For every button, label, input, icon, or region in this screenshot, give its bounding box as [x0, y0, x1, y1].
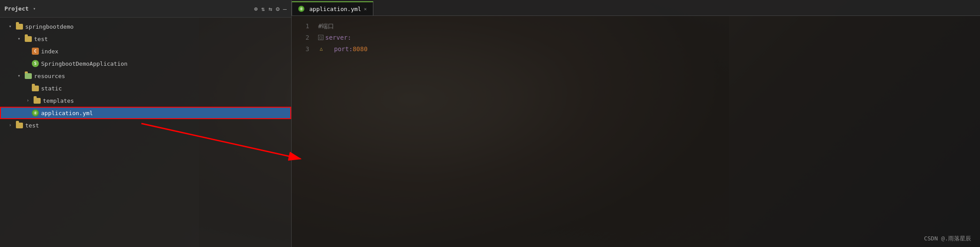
spring-icon: S: [32, 60, 39, 67]
sidebar-header: Project ▾ ⊕ ⇅ ⇆ ⚙ —: [0, 0, 291, 18]
tree-item-label: templates: [43, 97, 74, 104]
tree-item-resources[interactable]: ▾ resources: [0, 70, 291, 82]
watermark: CSDN @.雨落星辰: [924, 235, 971, 243]
folder-icon: [25, 36, 32, 42]
tree-item-test-bottom[interactable]: › test: [0, 119, 291, 131]
tree-item-application-yml[interactable]: @ application.yml: [0, 107, 291, 119]
tree-item-springbootdemo[interactable]: ▾ springbootdemo: [0, 20, 291, 33]
tree-item-index[interactable]: C index: [0, 45, 291, 57]
fold-indicator[interactable]: □: [318, 35, 323, 40]
tree-item-label: static: [41, 85, 62, 92]
tree-item-label: resources: [34, 73, 65, 79]
watermark-text: CSDN @.雨落星辰: [924, 235, 971, 242]
project-tree: ▾ springbootdemo ▾ test C index S Spring…: [0, 18, 291, 247]
sidebar-title[interactable]: Project ▾: [4, 5, 36, 12]
folder-icon: [25, 73, 32, 79]
code-area[interactable]: #端口 □ server: △ port: 8080: [314, 20, 980, 243]
code-key-port: port:: [334, 43, 353, 55]
tree-item-test[interactable]: ▾ test: [0, 33, 291, 45]
yaml-icon: @: [32, 109, 39, 116]
tree-item-label: SpringbootDemoApplication: [41, 60, 128, 67]
tab-close-button[interactable]: ✕: [364, 6, 367, 12]
project-label: Project: [4, 5, 29, 12]
folder-icon: [16, 123, 23, 128]
chevron-icon: ›: [27, 98, 32, 103]
editor-panel: @ application.yml ✕ 1 2 3 #端口 □ server:: [292, 0, 980, 247]
sort-icon[interactable]: ⇆: [269, 5, 272, 12]
locate-icon[interactable]: ⊕: [254, 5, 258, 12]
code-comment: #端口: [318, 20, 334, 32]
editor-content: 1 2 3 #端口 □ server: △ port:: [292, 16, 980, 247]
code-line-3: △ port: 8080: [318, 43, 976, 55]
line-number-2: 2: [296, 32, 309, 43]
line-number-3: 3: [296, 43, 309, 55]
tab-label: application.yml: [309, 6, 361, 12]
project-sidebar: Project ▾ ⊕ ⇅ ⇆ ⚙ — ▾ springbootdemo ▾: [0, 0, 292, 247]
sidebar-toolbar: ⊕ ⇅ ⇆ ⚙ —: [254, 5, 287, 12]
folder-icon: [34, 98, 41, 104]
folder-icon: [32, 86, 39, 91]
tab-yaml-icon: @: [298, 6, 304, 12]
tree-item-templates[interactable]: › templates: [0, 94, 291, 107]
tree-item-label: test: [25, 122, 39, 129]
class-icon: C: [32, 48, 39, 55]
folder-icon: [16, 24, 23, 30]
tree-item-label: index: [41, 48, 58, 55]
collapse-icon[interactable]: ⇅: [261, 5, 265, 12]
chevron-icon: ›: [9, 123, 14, 128]
tree-item-static[interactable]: static: [0, 82, 291, 94]
chevron-icon: ▾: [18, 36, 23, 41]
code-line-1: #端口: [318, 20, 976, 32]
code-value-port: 8080: [353, 43, 368, 55]
tree-item-label: springbootdemo: [25, 23, 74, 30]
line-number-1: 1: [296, 20, 309, 32]
key-icon: △: [318, 46, 324, 52]
line-numbers: 1 2 3: [292, 20, 314, 243]
chevron-icon: ▾: [18, 73, 23, 79]
project-dropdown-icon[interactable]: ▾: [33, 6, 36, 11]
tree-item-label: test: [34, 36, 48, 42]
tab-application-yml[interactable]: @ application.yml ✕: [292, 1, 373, 15]
settings-icon[interactable]: ⚙: [276, 5, 279, 12]
code-key-server: server:: [325, 32, 351, 43]
chevron-icon: ▾: [9, 24, 14, 29]
editor-tabs: @ application.yml ✕: [292, 0, 980, 16]
tree-item-springbootdemo-app[interactable]: S SpringbootDemoApplication: [0, 57, 291, 70]
minimize-icon[interactable]: —: [283, 5, 287, 12]
tree-item-label: application.yml: [41, 110, 93, 116]
code-line-2: □ server:: [318, 32, 976, 43]
